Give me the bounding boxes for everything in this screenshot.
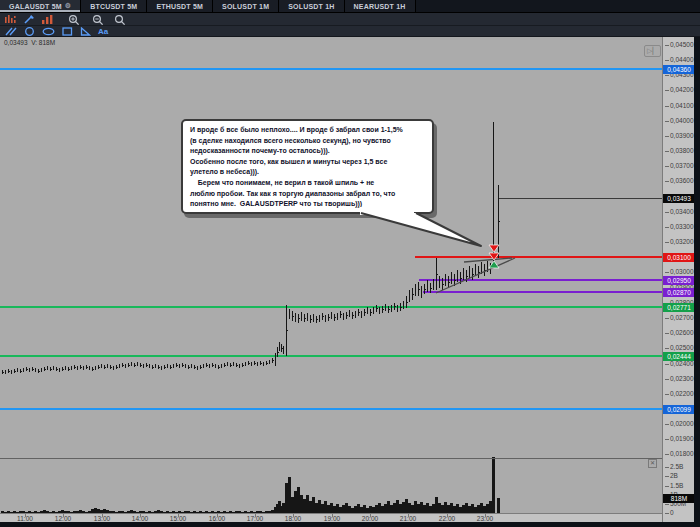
tab-btcusdt-5m[interactable]: BTCUSDT 5M: [81, 0, 147, 12]
callout-note[interactable]: И вроде б все было неплохо.... И вроде б…: [181, 119, 434, 214]
bar-chart-icon[interactable]: [41, 14, 54, 24]
volume-bar: [342, 505, 345, 513]
triangle-icon[interactable]: [80, 27, 91, 36]
axis-price-label: 0,02444: [663, 352, 695, 361]
sell-arrow-marker[interactable]: [489, 245, 499, 252]
axis-tick: 0: [670, 509, 674, 517]
volume-bar: [417, 504, 420, 513]
volume-bar: [318, 500, 321, 513]
brush-icon[interactable]: [23, 14, 35, 24]
axis-price-label: 0,03493: [663, 194, 695, 203]
trading-terminal-window: GALAUSDT 5M⚙BTCUSDT 5METHUSDT 5MSOLUSDT …: [0, 0, 700, 527]
time-tick: 19:00: [324, 515, 340, 522]
volume-bar: [315, 503, 318, 513]
axis-tick: 0,04500: [670, 41, 694, 49]
window-right-edge: [694, 0, 700, 527]
price-axis[interactable]: 0,045000,044000,043000,042000,041000,040…: [662, 37, 694, 522]
volume-bar: [423, 505, 426, 513]
tab-solusdt-1m[interactable]: SOLUSDT 1M: [213, 0, 279, 12]
axis-tick: 0,01800: [670, 450, 694, 458]
volume-bar: [306, 495, 309, 513]
time-tick: 15:00: [170, 515, 186, 522]
indicators-icon[interactable]: [4, 14, 17, 24]
volume-bar: [450, 503, 453, 513]
volume-bar: [393, 503, 396, 513]
volume-bar: [336, 504, 339, 513]
volume-bar: [480, 503, 483, 513]
volume-bar: [405, 499, 408, 513]
ellipse-icon[interactable]: [42, 27, 55, 36]
volume-bar: [444, 502, 447, 513]
axis-tick: 0,03300: [670, 223, 694, 231]
axis-tick: 0,03800: [670, 147, 694, 155]
main-toolbar: [0, 13, 700, 26]
volume-bar: [303, 499, 306, 513]
volume-bar: [288, 477, 291, 513]
volume-bar: [387, 501, 390, 513]
axis-tick: 0,03600: [670, 177, 694, 185]
price-chart-canvas[interactable]: [0, 37, 662, 513]
axis-price-label: 0,02099: [663, 405, 695, 414]
volume-bar: [381, 506, 384, 513]
drawing-toolbar: Aa: [0, 26, 700, 37]
zoom-out-icon[interactable]: [92, 14, 104, 25]
symbol-tab-bar: GALAUSDT 5M⚙BTCUSDT 5METHUSDT 5MSOLUSDT …: [0, 0, 700, 13]
time-tick: 18:00: [285, 515, 301, 522]
volume-bar: [345, 503, 348, 513]
volume-bar: [384, 504, 387, 513]
legend-volume: V: 818M: [31, 39, 55, 46]
axis-price-label: 0,04360: [663, 65, 695, 74]
volume-bar: [285, 483, 288, 513]
volume-bar: [426, 503, 429, 513]
axis-tick: 0,03700: [670, 162, 694, 170]
zoom-in-icon[interactable]: [68, 14, 80, 25]
pane-separator[interactable]: [0, 458, 694, 459]
volume-bar: [348, 506, 351, 513]
tab-solusdt-1h[interactable]: SOLUSDT 1H: [279, 0, 344, 12]
time-tick: 21:00: [400, 515, 416, 522]
axis-price-label: 818M: [663, 494, 695, 503]
time-tick: 23:00: [477, 515, 493, 522]
volume-bar: [456, 504, 459, 513]
circle-icon[interactable]: [24, 27, 35, 36]
volume-bar: [453, 506, 456, 513]
parallel-lines-icon[interactable]: [5, 27, 17, 36]
volume-bar: [408, 503, 411, 513]
volume-bar: [321, 504, 324, 513]
volume-bar: [294, 491, 297, 513]
chart-legend: 0,03493 V: 818M: [4, 39, 55, 46]
gear-icon[interactable]: ⚙: [65, 2, 71, 10]
time-tick: 14:00: [132, 515, 148, 522]
volume-bar: [291, 497, 294, 513]
axis-tick: 0,01900: [670, 435, 694, 443]
go-to-realtime-button[interactable]: ▷▏: [644, 45, 661, 57]
axis-tick: 0,02300: [670, 375, 694, 383]
tab-ethusdt-5m[interactable]: ETHUSDT 5M: [147, 0, 213, 12]
volume-bar: [297, 487, 300, 513]
axis-tick: 0,04100: [670, 102, 694, 110]
volume-bar: [330, 503, 333, 513]
volume-bar: [300, 495, 303, 513]
axis-tick: 0,04200: [670, 86, 694, 94]
axis-tick: 0,02200: [670, 390, 694, 398]
trend-line[interactable]: [436, 258, 515, 293]
axis-tick: 0,02000: [670, 420, 694, 428]
volume-bar: [471, 504, 474, 513]
volume-bar: [378, 503, 381, 513]
volume-pane-close-button[interactable]: ✕: [648, 459, 657, 468]
text-tool-icon[interactable]: Aa: [98, 27, 108, 36]
volume-bar: [375, 505, 378, 513]
volume-bar: [432, 504, 435, 513]
volume-bar: [414, 501, 417, 513]
volume-bar: [441, 505, 444, 513]
axis-tick: 0,02400: [670, 360, 694, 368]
time-axis[interactable]: 11:0012:0013:0014:0015:0016:0017:0018:00…: [0, 513, 694, 522]
search-icon[interactable]: [114, 14, 126, 25]
time-tick: 22:00: [439, 515, 455, 522]
time-tick: 12:00: [55, 515, 71, 522]
tab-galausdt-5m[interactable]: GALAUSDT 5M⚙: [0, 0, 81, 12]
tab-nearusdt-1h[interactable]: NEARUSDT 1H: [345, 0, 416, 12]
rectangle-icon[interactable]: [62, 27, 73, 36]
axis-price-label: 0,02771: [663, 303, 695, 312]
volume-bar: [309, 501, 312, 513]
